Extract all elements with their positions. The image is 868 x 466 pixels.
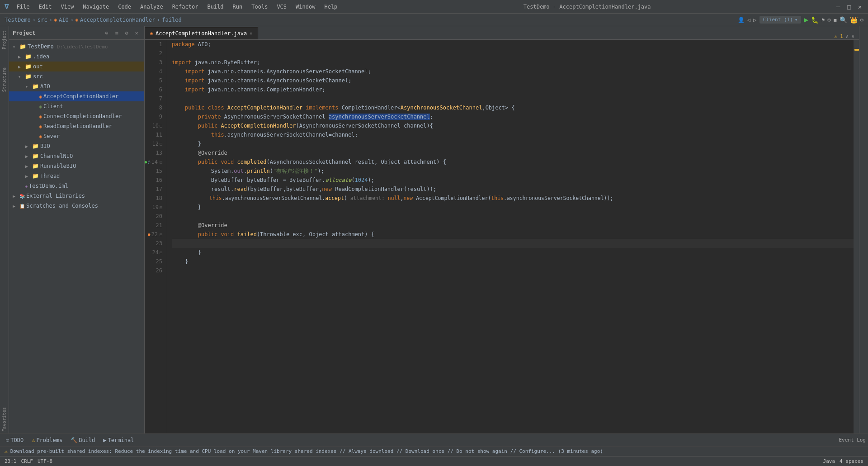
code-text-22a (217, 231, 221, 238)
fold-icon-19[interactable]: ⊟ (160, 205, 162, 210)
todo-tab[interactable]: ☑ TODO (2, 436, 27, 444)
profile-icon[interactable]: 👤 (738, 17, 745, 23)
coverage-button[interactable]: ⚑ (821, 17, 825, 23)
arrow-icon-scratches: ▶ (13, 204, 18, 209)
kw-this-2: this (209, 195, 222, 201)
tree-item-idea[interactable]: ▶ 📁 .idea (9, 52, 144, 62)
tab-close-button[interactable]: ✕ (250, 31, 252, 36)
breadcrumb-project[interactable]: TestDemo (5, 17, 31, 23)
tree-item-sever[interactable]: ◉ Sever (9, 131, 144, 141)
menu-window[interactable]: Window (293, 3, 317, 11)
breadcrumb-bar: TestDemo › src › ◉ AIO › ◉ AcceptComplet… (0, 14, 868, 26)
tree-item-thread[interactable]: ▶ 📁 Thread (9, 171, 144, 181)
favorites-tab[interactable]: Favorites (1, 405, 8, 433)
structure-tab[interactable]: Structure (1, 66, 8, 94)
minimize-button[interactable]: ─ (835, 3, 842, 10)
tree-item-read-handler[interactable]: ◉ ReadCompletionHandler (9, 121, 144, 131)
warning-bar: ⚠ Download pre-built shared indexes: Red… (0, 446, 868, 456)
code-text-9a: AsynchronousServerSocketChannel (221, 114, 328, 120)
collapse-icon[interactable]: ∨ (851, 33, 854, 39)
code-text-16a: ByteBuffer byteBuffer = ByteBuffer. (211, 177, 326, 183)
tree-path-testdemo: D:\ideal\TestDemo (57, 44, 108, 50)
folder-icon-thread: 📁 (32, 173, 39, 179)
tree-item-connect-handler[interactable]: ◉ ConnectCompletionHandler (9, 111, 144, 121)
fold-icon-14[interactable]: ⊟ (160, 160, 162, 165)
code-content[interactable]: package AIO; import java.nio.ByteBuffer;… (167, 40, 854, 433)
stop-button[interactable]: ◼ (834, 17, 837, 23)
sidebar-header: Project ⊕ ≡ ⚙ ✕ (9, 26, 144, 40)
arrow-icon-aio: ▾ (25, 84, 31, 89)
problems-tab[interactable]: ⚠ Problems (28, 436, 66, 444)
tree-item-accept-handler[interactable]: ◉ AcceptCompletionHandler (9, 91, 144, 101)
tree-item-runnablebio[interactable]: ▶ 📁 RunnableBIO (9, 161, 144, 171)
run-config-selector[interactable]: Client (1) ▾ (760, 16, 802, 24)
tree-label-read: ReadCompletionHandler (43, 123, 112, 129)
menu-tools[interactable]: Tools (249, 3, 270, 11)
fold-icon-10[interactable]: ⊟ (160, 124, 162, 128)
run-button[interactable]: ▶ (804, 15, 808, 24)
breadcrumb-src[interactable]: src (38, 17, 47, 23)
menu-navigate[interactable]: Navigate (80, 3, 111, 11)
java-icon-connect: ◉ (39, 114, 42, 119)
tree-item-external-libs[interactable]: ▶ 📚 External Libraries (9, 191, 144, 201)
profile-run-button[interactable]: ⚙ (827, 17, 830, 23)
code-text-17a: result. (211, 186, 234, 192)
code-line-12: } (172, 139, 854, 148)
sidebar-collapse-icon[interactable]: ≡ (113, 29, 121, 37)
fold-icon-24[interactable]: ⊟ (160, 250, 162, 255)
maximize-button[interactable]: □ (845, 3, 853, 10)
tree-item-src[interactable]: ▾ 📁 src (9, 71, 144, 81)
menu-analyze[interactable]: Analyze (138, 3, 165, 11)
terminal-tab[interactable]: ▶ Terminal (99, 436, 137, 444)
tree-item-out[interactable]: ▶ 📁 out (9, 62, 144, 71)
settings-icon[interactable]: ⚙ (860, 17, 863, 23)
fold-icon-22[interactable]: ⊟ (160, 232, 162, 237)
close-button[interactable]: ✕ (856, 3, 863, 10)
vcs-forward-icon[interactable]: ▷ (753, 17, 756, 23)
run-config-name: Client (1) (763, 17, 793, 23)
tree-item-scratches[interactable]: ▶ 📋 Scratches and Consoles (9, 201, 144, 211)
tree-label-extlibs: External Libraries (26, 193, 85, 199)
menu-file[interactable]: File (14, 3, 32, 11)
indent-18 (172, 195, 209, 201)
code-editor: 1 2 3 4 5 6 7 8 9 10⊟ 11 12⊟ 13 ● @ 14 ⊟ (145, 40, 859, 433)
sidebar-settings-icon[interactable]: ⚙ (123, 29, 131, 37)
sidebar-close-icon[interactable]: ✕ (132, 29, 141, 37)
kw-import-4: import (185, 86, 204, 93)
user-icon[interactable]: 👑 (850, 16, 858, 24)
menu-help[interactable]: Help (322, 3, 340, 11)
tree-item-testdemo[interactable]: ▾ 📁 TestDemo D:\ideal\TestDemo (9, 42, 144, 52)
kw-class: class (208, 105, 224, 111)
debug-button[interactable]: 🐛 (811, 16, 819, 24)
menu-view[interactable]: View (58, 3, 76, 11)
right-scrollbar[interactable] (854, 40, 859, 433)
line-num-15: 15 (145, 166, 167, 176)
fold-icon-12[interactable]: ⊟ (160, 142, 162, 147)
tree-item-bio[interactable]: ▶ 📁 BIO (9, 141, 144, 151)
vcs-back-icon[interactable]: ◁ (747, 17, 750, 23)
build-tab[interactable]: 🔨 Build (67, 436, 99, 444)
tree-item-aio[interactable]: ▾ 📁 AIO (9, 81, 144, 91)
menu-code[interactable]: Code (116, 3, 133, 11)
menu-vcs[interactable]: VCS (274, 3, 289, 11)
tree-label-idea: .idea (33, 53, 49, 60)
menu-run[interactable]: Run (231, 3, 245, 11)
arrow-icon-extlibs: ▶ (13, 194, 18, 199)
tab-accept-handler[interactable]: ◉ AcceptCompletionHandler.java ✕ (145, 27, 258, 39)
breadcrumb-status[interactable]: failed (162, 17, 181, 23)
menu-edit[interactable]: Edit (37, 3, 54, 11)
breadcrumb-file[interactable]: AcceptCompletionHandler (80, 17, 155, 23)
code-text-10b: (AsynchronousServerSocketChannel channel… (296, 123, 433, 129)
tree-item-client[interactable]: ◉ Client (9, 101, 144, 111)
project-tab[interactable]: Project (1, 29, 8, 51)
tree-item-channelnio[interactable]: ▶ 📁 ChannelNIO (9, 151, 144, 161)
breadcrumb-package[interactable]: AIO (59, 17, 69, 23)
menu-build[interactable]: Build (205, 3, 226, 11)
event-log-btn[interactable]: Event Log (839, 437, 866, 443)
expand-icon[interactable]: ∧ (846, 33, 849, 39)
menu-refactor[interactable]: Refactor (170, 3, 201, 11)
search-everywhere-icon[interactable]: 🔍 (840, 16, 847, 24)
sidebar-locate-icon[interactable]: ⊕ (103, 29, 111, 37)
gutter-dot-14: ● (145, 160, 147, 164)
tree-item-iml[interactable]: ◈ TestDemo.iml (9, 181, 144, 191)
